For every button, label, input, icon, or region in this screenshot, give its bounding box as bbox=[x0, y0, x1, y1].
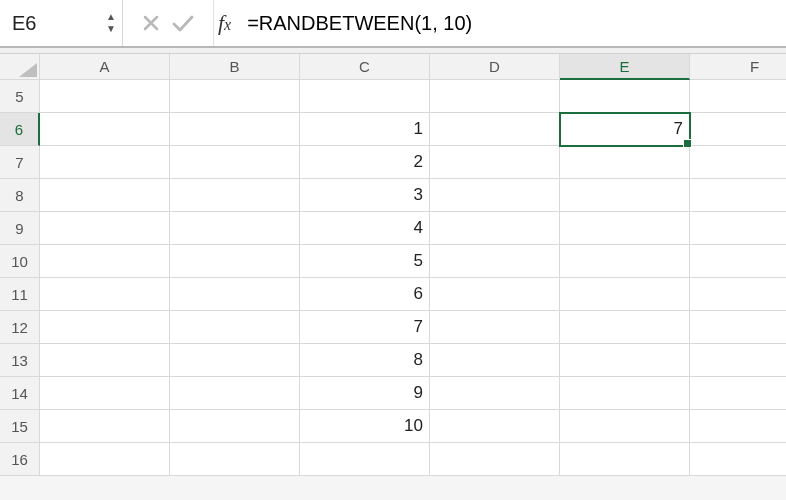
row-header-7[interactable]: 7 bbox=[0, 146, 40, 179]
cell-a12[interactable] bbox=[40, 311, 170, 344]
cell-a15[interactable] bbox=[40, 410, 170, 443]
cell-b5[interactable] bbox=[170, 80, 300, 113]
cell-f10[interactable] bbox=[690, 245, 786, 278]
cell-f15[interactable] bbox=[690, 410, 786, 443]
cell-b11[interactable] bbox=[170, 278, 300, 311]
cell-b16[interactable] bbox=[170, 443, 300, 476]
column-header-d[interactable]: D bbox=[430, 54, 560, 80]
row-header-16[interactable]: 16 bbox=[0, 443, 40, 476]
row-header-10[interactable]: 10 bbox=[0, 245, 40, 278]
cell-f16[interactable] bbox=[690, 443, 786, 476]
cancel-icon[interactable] bbox=[141, 13, 161, 33]
confirm-icon[interactable] bbox=[171, 13, 195, 33]
row-header-15[interactable]: 15 bbox=[0, 410, 40, 443]
column-header-b[interactable]: B bbox=[170, 54, 300, 80]
cell-a14[interactable] bbox=[40, 377, 170, 410]
cell-d5[interactable] bbox=[430, 80, 560, 113]
cell-d16[interactable] bbox=[430, 443, 560, 476]
column-header-c[interactable]: C bbox=[300, 54, 430, 80]
cell-f7[interactable] bbox=[690, 146, 786, 179]
cell-c10[interactable]: 5 bbox=[300, 245, 430, 278]
cell-d14[interactable] bbox=[430, 377, 560, 410]
cell-c15[interactable]: 10 bbox=[300, 410, 430, 443]
cell-e10[interactable] bbox=[560, 245, 690, 278]
cell-c6[interactable]: 1 bbox=[300, 113, 430, 146]
cell-a16[interactable] bbox=[40, 443, 170, 476]
cell-c11[interactable]: 6 bbox=[300, 278, 430, 311]
cell-e15[interactable] bbox=[560, 410, 690, 443]
cell-e5[interactable] bbox=[560, 80, 690, 113]
spreadsheet-grid[interactable]: ABCDEF5617728394105116127138149151016 bbox=[0, 54, 786, 476]
cell-b7[interactable] bbox=[170, 146, 300, 179]
cell-e16[interactable] bbox=[560, 443, 690, 476]
cell-b14[interactable] bbox=[170, 377, 300, 410]
cell-a7[interactable] bbox=[40, 146, 170, 179]
cell-a9[interactable] bbox=[40, 212, 170, 245]
cell-f12[interactable] bbox=[690, 311, 786, 344]
cell-e13[interactable] bbox=[560, 344, 690, 377]
cell-a5[interactable] bbox=[40, 80, 170, 113]
cell-b15[interactable] bbox=[170, 410, 300, 443]
cell-b6[interactable] bbox=[170, 113, 300, 146]
cell-c14[interactable]: 9 bbox=[300, 377, 430, 410]
fx-icon[interactable]: fx bbox=[214, 10, 245, 36]
cell-e9[interactable] bbox=[560, 212, 690, 245]
cell-a10[interactable] bbox=[40, 245, 170, 278]
cell-e8[interactable] bbox=[560, 179, 690, 212]
cell-d9[interactable] bbox=[430, 212, 560, 245]
cell-f14[interactable] bbox=[690, 377, 786, 410]
row-header-6[interactable]: 6 bbox=[0, 113, 40, 146]
cell-d11[interactable] bbox=[430, 278, 560, 311]
formula-input[interactable] bbox=[245, 8, 782, 39]
cell-b8[interactable] bbox=[170, 179, 300, 212]
cell-c9[interactable]: 4 bbox=[300, 212, 430, 245]
row-header-9[interactable]: 9 bbox=[0, 212, 40, 245]
cell-e6[interactable]: 7 bbox=[560, 113, 690, 146]
row-header-8[interactable]: 8 bbox=[0, 179, 40, 212]
row-header-13[interactable]: 13 bbox=[0, 344, 40, 377]
cell-a6[interactable] bbox=[40, 113, 170, 146]
cell-b12[interactable] bbox=[170, 311, 300, 344]
cell-d12[interactable] bbox=[430, 311, 560, 344]
row-header-14[interactable]: 14 bbox=[0, 377, 40, 410]
cell-c16[interactable] bbox=[300, 443, 430, 476]
cell-c7[interactable]: 2 bbox=[300, 146, 430, 179]
cell-d6[interactable] bbox=[430, 113, 560, 146]
cell-e7[interactable] bbox=[560, 146, 690, 179]
cell-f13[interactable] bbox=[690, 344, 786, 377]
cell-b9[interactable] bbox=[170, 212, 300, 245]
cell-d13[interactable] bbox=[430, 344, 560, 377]
cell-d15[interactable] bbox=[430, 410, 560, 443]
row-header-11[interactable]: 11 bbox=[0, 278, 40, 311]
cell-a13[interactable] bbox=[40, 344, 170, 377]
cell-a8[interactable] bbox=[40, 179, 170, 212]
cell-d7[interactable] bbox=[430, 146, 560, 179]
cell-d8[interactable] bbox=[430, 179, 560, 212]
column-header-e[interactable]: E bbox=[560, 54, 690, 80]
cell-e11[interactable] bbox=[560, 278, 690, 311]
row-header-12[interactable]: 12 bbox=[0, 311, 40, 344]
select-all-corner[interactable] bbox=[0, 54, 40, 80]
cell-f6[interactable] bbox=[690, 113, 786, 146]
cell-f9[interactable] bbox=[690, 212, 786, 245]
cell-b13[interactable] bbox=[170, 344, 300, 377]
name-box-input[interactable] bbox=[10, 8, 102, 39]
cell-c8[interactable]: 3 bbox=[300, 179, 430, 212]
cell-d10[interactable] bbox=[430, 245, 560, 278]
cell-c13[interactable]: 8 bbox=[300, 344, 430, 377]
arrow-up-icon[interactable]: ▲ bbox=[106, 13, 116, 21]
cell-c12[interactable]: 7 bbox=[300, 311, 430, 344]
cell-e12[interactable] bbox=[560, 311, 690, 344]
cell-f11[interactable] bbox=[690, 278, 786, 311]
name-box-spinner[interactable]: ▲ ▼ bbox=[106, 13, 116, 33]
cell-f8[interactable] bbox=[690, 179, 786, 212]
cell-f5[interactable] bbox=[690, 80, 786, 113]
arrow-down-icon[interactable]: ▼ bbox=[106, 25, 116, 33]
column-header-a[interactable]: A bbox=[40, 54, 170, 80]
cell-b10[interactable] bbox=[170, 245, 300, 278]
row-header-5[interactable]: 5 bbox=[0, 80, 40, 113]
column-header-f[interactable]: F bbox=[690, 54, 786, 80]
cell-a11[interactable] bbox=[40, 278, 170, 311]
cell-c5[interactable] bbox=[300, 80, 430, 113]
cell-e14[interactable] bbox=[560, 377, 690, 410]
